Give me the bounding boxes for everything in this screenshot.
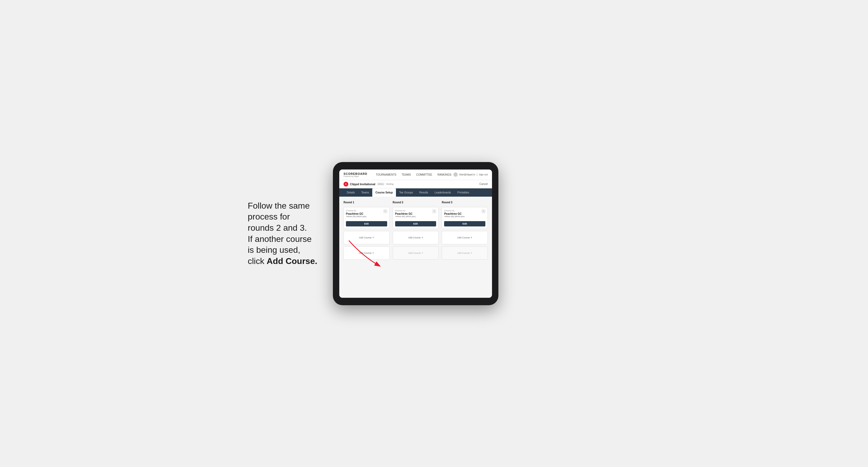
- nav-separator: |: [476, 173, 477, 176]
- round-3-plus-icon-1: +: [470, 236, 472, 239]
- round-2-add-course-text-2: Add Course +: [408, 251, 423, 254]
- round-2-card-actions: ×: [432, 210, 436, 213]
- round-1-course-name: Peachtree GC: [346, 212, 366, 215]
- round-2-column: Round 2 (Course A) Peachtree GC Yellow (…: [393, 201, 439, 260]
- tab-tee-groups[interactable]: Tee Groups: [396, 188, 416, 197]
- round-3-plus-icon-2: +: [470, 251, 472, 254]
- round-3-course-header: (Course A) Peachtree GC Yellow (M) (6629…: [444, 210, 485, 220]
- round-3-course-label: (Course A): [444, 210, 465, 212]
- main-content: Round 1 (Course A) Peachtree GC Yellow (…: [339, 197, 492, 298]
- round-3-course-name: Peachtree GC: [444, 212, 465, 215]
- round-1-add-course-2[interactable]: Add Course +: [344, 246, 390, 260]
- tab-results[interactable]: Results: [416, 188, 431, 197]
- round-3-column: Round 3 (Course A) Peachtree GC Yellow (…: [442, 201, 488, 260]
- tab-bar: Details Teams Course Setup Tee Groups Re…: [339, 188, 492, 197]
- clippd-logo-icon: C: [344, 182, 348, 187]
- nav-committee[interactable]: COMMITTEE: [414, 172, 434, 177]
- round-3-title: Round 3: [442, 201, 488, 204]
- rounds-grid: Round 1 (Course A) Peachtree GC Yellow (…: [344, 201, 488, 260]
- round-3-add-course-text-1: Add Course +: [457, 236, 472, 239]
- round-1-title: Round 1: [344, 201, 390, 204]
- round-1-add-course-text-1: Add Course +: [359, 236, 374, 239]
- user-email: blair@clippd.io: [459, 173, 475, 176]
- round-2-course-header: (Course A) Peachtree GC Yellow (M) (6629…: [395, 210, 436, 220]
- tablet-frame: SCOREBOARD Powered by clippd TOURNAMENTS…: [333, 162, 498, 305]
- sub-header: C Clippd Invitational (Men) Hosting Canc…: [339, 180, 492, 188]
- tab-printables[interactable]: Printables: [454, 188, 472, 197]
- round-2-edit-button[interactable]: Edit: [395, 221, 436, 226]
- round-3-add-course-text-2: Add Course +: [457, 251, 472, 254]
- round-1-add-course-1[interactable]: Add Course +: [344, 231, 390, 244]
- tournament-gender-badge: (Men): [377, 183, 384, 185]
- round-1-delete-btn[interactable]: ×: [383, 210, 387, 213]
- round-1-course-info: (Course A) Peachtree GC Yellow (M) (6629…: [346, 210, 366, 220]
- round-3-card-actions: ×: [482, 210, 485, 213]
- round-2-course-info: (Course A) Peachtree GC Yellow (M) (6629…: [395, 210, 416, 220]
- round-3-course-details: Yellow (M) (6629 yds): [444, 215, 465, 218]
- round-3-add-course-1[interactable]: Add Course +: [442, 231, 488, 244]
- round-2-plus-icon-2: +: [422, 251, 423, 254]
- round-1-plus-icon-2: +: [372, 251, 374, 254]
- sub-header-left: C Clippd Invitational (Men) Hosting: [344, 182, 393, 187]
- round-1-course-details: Yellow (M) (6629 yds): [346, 215, 366, 218]
- nav-tournaments[interactable]: TOURNAMENTS: [374, 172, 398, 177]
- instruction-panel: Follow the sameprocess forrounds 2 and 3…: [248, 200, 322, 267]
- round-1-course-header: (Course A) Peachtree GC Yellow (M) (6629…: [346, 210, 387, 220]
- round-2-course-card: (Course A) Peachtree GC Yellow (M) (6629…: [393, 207, 439, 229]
- nav-rankings[interactable]: RANKINGS: [435, 172, 454, 177]
- sign-out-link[interactable]: Sign out: [479, 173, 488, 176]
- tournament-name: Clippd Invitational: [350, 183, 375, 186]
- round-2-add-course-2: Add Course +: [393, 246, 439, 260]
- user-avatar: [454, 173, 458, 177]
- round-2-course-details: Yellow (M) (6629 yds): [395, 215, 416, 218]
- instruction-bold: Add Course.: [267, 256, 317, 266]
- round-1-plus-icon-1: +: [372, 236, 374, 239]
- round-1-course-card: (Course A) Peachtree GC Yellow (M) (6629…: [344, 207, 390, 229]
- powered-by-text: Powered by clippd: [344, 175, 367, 177]
- tablet-screen: SCOREBOARD Powered by clippd TOURNAMENTS…: [339, 169, 492, 298]
- round-3-delete-btn[interactable]: ×: [482, 210, 485, 213]
- nav-right: blair@clippd.io | Sign out: [454, 173, 488, 177]
- round-2-title: Round 2: [393, 201, 439, 204]
- round-1-card-actions: ×: [383, 210, 387, 213]
- tab-teams[interactable]: Teams: [358, 188, 372, 197]
- round-3-add-course-2: Add Course +: [442, 246, 488, 260]
- round-3-edit-button[interactable]: Edit: [444, 221, 485, 226]
- tab-course-setup[interactable]: Course Setup: [372, 188, 396, 197]
- instruction-line1: Follow the sameprocess forrounds 2 and 3…: [248, 201, 317, 266]
- nav-teams[interactable]: TEAMS: [400, 172, 413, 177]
- brand-logo: SCOREBOARD Powered by clippd: [344, 172, 367, 177]
- hosting-badge: Hosting: [386, 183, 393, 185]
- page-wrapper: Follow the sameprocess forrounds 2 and 3…: [248, 162, 620, 305]
- round-1-edit-button[interactable]: Edit: [346, 221, 387, 226]
- tab-leaderboards[interactable]: Leaderboards: [431, 188, 454, 197]
- tab-details[interactable]: Details: [344, 188, 358, 197]
- round-2-plus-icon-1: +: [422, 236, 423, 239]
- round-2-add-course-1[interactable]: Add Course +: [393, 231, 439, 244]
- round-1-add-course-text-2: Add Course +: [359, 251, 374, 254]
- round-2-delete-btn[interactable]: ×: [432, 210, 436, 213]
- round-1-course-label: (Course A): [346, 210, 366, 212]
- nav-links: TOURNAMENTS TEAMS COMMITTEE RANKINGS: [374, 172, 454, 177]
- round-2-add-course-text-1: Add Course +: [408, 236, 423, 239]
- round-3-course-info: (Course A) Peachtree GC Yellow (M) (6629…: [444, 210, 465, 220]
- tablet-outer: SCOREBOARD Powered by clippd TOURNAMENTS…: [333, 162, 498, 305]
- round-1-column: Round 1 (Course A) Peachtree GC Yellow (…: [344, 201, 390, 260]
- cancel-button[interactable]: Cancel: [479, 183, 488, 185]
- round-2-course-label: (Course A): [395, 210, 416, 212]
- round-3-course-card: (Course A) Peachtree GC Yellow (M) (6629…: [442, 207, 488, 229]
- top-nav: SCOREBOARD Powered by clippd TOURNAMENTS…: [339, 169, 492, 180]
- round-2-course-name: Peachtree GC: [395, 212, 416, 215]
- brand-name: SCOREBOARD: [344, 172, 367, 175]
